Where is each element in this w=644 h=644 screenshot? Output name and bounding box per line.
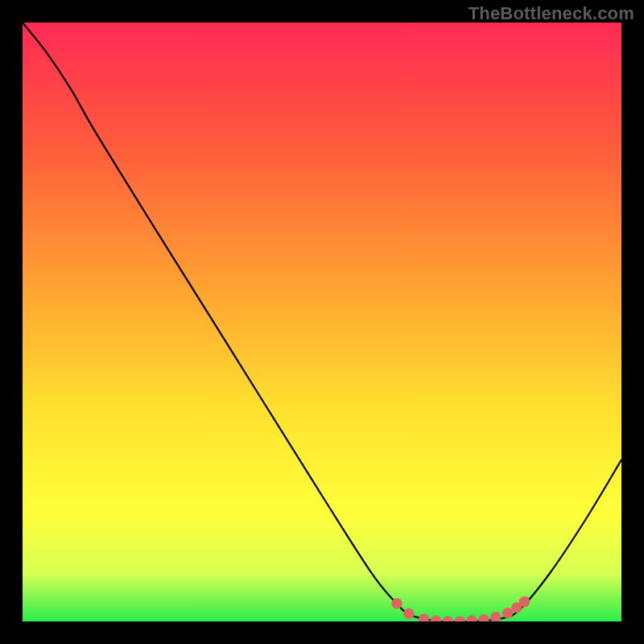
marker-dot: [502, 608, 513, 618]
marker-dot: [391, 598, 402, 609]
chart-container: TheBottleneck.com: [0, 0, 644, 644]
marker-dot: [519, 597, 530, 607]
marker-dot: [403, 609, 414, 619]
watermark-text: TheBottleneck.com: [469, 3, 634, 24]
gradient-background: [23, 23, 621, 621]
plot-area: [23, 23, 621, 621]
